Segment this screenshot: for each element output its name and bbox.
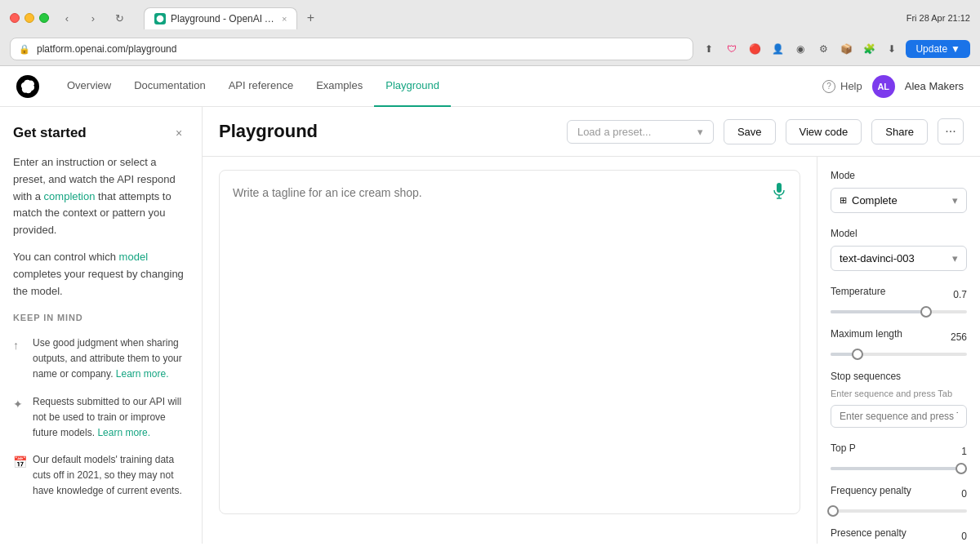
nav-right: ? Help AL Alea Makers xyxy=(822,75,964,98)
playground-title: Playground xyxy=(219,121,557,142)
traffic-lights xyxy=(10,13,49,23)
freq-penalty-thumb xyxy=(827,505,839,517)
temperature-thumb xyxy=(920,306,932,318)
save-button[interactable]: Save xyxy=(724,119,776,144)
model-text-1: You can control which xyxy=(13,251,119,263)
freq-penalty-slider[interactable] xyxy=(831,509,967,513)
stop-seq-label: Stop sequences xyxy=(831,371,967,382)
download-icon[interactable]: ⬇ xyxy=(883,40,901,58)
extension-icon-6[interactable]: 🧩 xyxy=(860,40,878,58)
top-p-fill xyxy=(831,467,967,470)
close-tab-button[interactable]: × xyxy=(282,14,287,24)
mode-label: Mode xyxy=(831,170,967,181)
top-nav: Overview Documentation API reference Exa… xyxy=(0,66,980,107)
completion-link[interactable]: completion xyxy=(44,190,96,202)
update-button[interactable]: Update ▼ xyxy=(906,40,970,58)
presence-penalty-row: Presence penalty 0 xyxy=(831,527,967,544)
max-length-value: 256 xyxy=(951,331,967,343)
top-p-value: 1 xyxy=(961,446,967,457)
view-code-button[interactable]: View code xyxy=(786,119,862,144)
extension-icon-1[interactable]: 🔴 xyxy=(746,40,764,58)
active-tab[interactable]: Playground - OpenAI API × xyxy=(144,7,297,29)
extension-icon-2[interactable]: 👤 xyxy=(768,40,786,58)
more-options-button[interactable]: ··· xyxy=(938,118,964,144)
editor-area xyxy=(203,157,817,544)
minimize-window-button[interactable] xyxy=(24,13,34,23)
openai-logo xyxy=(16,75,39,98)
sidebar-title: Get started xyxy=(13,125,87,141)
address-bar[interactable]: 🔒 platform.openai.com/playground xyxy=(10,38,693,60)
browser-chrome: ‹ › ↻ Playground - OpenAI API × + Fri 28… xyxy=(0,0,980,66)
tab-favicon xyxy=(154,13,166,24)
back-button[interactable]: ‹ xyxy=(56,7,78,29)
sidebar-body: Enter an instruction or select a preset,… xyxy=(13,154,189,500)
nav-buttons: ‹ › ↻ xyxy=(56,7,131,29)
share-button[interactable]: Share xyxy=(871,119,928,144)
playground-header: Playground Load a preset... ▾ Save View … xyxy=(203,107,980,157)
model-chevron-icon: ▾ xyxy=(952,252,958,264)
extension-icon-5[interactable]: 📦 xyxy=(837,40,855,58)
model-value: text-davinci-003 xyxy=(840,252,915,264)
fullscreen-window-button[interactable] xyxy=(39,13,49,23)
preset-placeholder: Load a preset... xyxy=(577,126,651,138)
status-bar: Fri 28 Apr 21:12 xyxy=(906,13,970,23)
prompt-input[interactable] xyxy=(219,170,800,514)
tab-bar: Playground - OpenAI API × + xyxy=(144,7,900,29)
model-dropdown[interactable]: text-davinci-003 ▾ xyxy=(831,246,967,271)
close-window-button[interactable] xyxy=(10,13,20,23)
freq-penalty-row: Frequency penalty 0 xyxy=(831,485,967,503)
help-label: Help xyxy=(840,80,862,92)
microphone-button[interactable] xyxy=(768,180,791,202)
preset-dropdown[interactable]: Load a preset... ▾ xyxy=(567,120,714,144)
datetime-display: Fri 28 Apr 21:12 xyxy=(906,13,970,23)
mode-icon: ⊞ xyxy=(840,195,847,206)
model-label: Model xyxy=(831,228,967,239)
more-icon: ··· xyxy=(945,124,956,139)
tip-1-icon: ↑ xyxy=(13,336,26,354)
stop-seq-input[interactable] xyxy=(831,405,967,428)
tip-1-link[interactable]: Learn more. xyxy=(116,368,169,380)
tab-title: Playground - OpenAI API xyxy=(171,13,277,24)
sidebar-header: Get started × xyxy=(13,123,189,143)
presence-penalty-label: Presence penalty xyxy=(831,527,906,539)
mode-dropdown[interactable]: ⊞ Complete ▾ xyxy=(831,188,967,213)
extension-icon-3[interactable]: ◉ xyxy=(791,40,809,58)
presence-penalty-value: 0 xyxy=(961,531,967,542)
new-tab-button[interactable]: + xyxy=(301,8,320,28)
nav-documentation[interactable]: Documentation xyxy=(122,66,216,107)
tip-2-link[interactable]: Learn more. xyxy=(97,427,150,438)
temperature-label: Temperature xyxy=(831,286,885,297)
update-button-label: Update xyxy=(915,43,947,55)
sidebar-intro: Enter an instruction or select a preset,… xyxy=(13,154,189,239)
top-p-label: Top P xyxy=(831,442,856,454)
mode-setting: Mode ⊞ Complete ▾ xyxy=(831,170,967,213)
forward-button[interactable]: › xyxy=(82,7,105,29)
tip-2: ✦ Requests submitted to our API will not… xyxy=(13,394,189,442)
extension-icon-4[interactable]: ⚙ xyxy=(814,40,832,58)
nav-examples[interactable]: Examples xyxy=(305,66,374,107)
sidebar-model-text: You can control which model completes yo… xyxy=(13,249,189,300)
nav-api-reference[interactable]: API reference xyxy=(217,66,305,107)
main-layout: Get started × Enter an instruction or se… xyxy=(0,107,980,544)
keep-in-mind-label: KEEP IN MIND xyxy=(13,311,189,326)
max-length-slider[interactable] xyxy=(831,353,967,356)
tip-2-icon: ✦ xyxy=(13,395,26,413)
calendar-icon: 📅 xyxy=(13,453,26,471)
tip-1: ↑ Use good judgment when sharing outputs… xyxy=(13,335,189,383)
content-area: Playground Load a preset... ▾ Save View … xyxy=(203,107,980,544)
nav-playground[interactable]: Playground xyxy=(374,66,451,107)
nav-overview[interactable]: Overview xyxy=(56,66,122,107)
nav-links: Overview Documentation API reference Exa… xyxy=(56,66,822,107)
freq-penalty-label: Frequency penalty xyxy=(831,485,911,496)
model-link[interactable]: model xyxy=(119,251,148,263)
temperature-slider[interactable] xyxy=(831,310,967,313)
url-display: platform.openai.com/playground xyxy=(37,43,684,55)
share-browser-icon[interactable]: ⬆ xyxy=(700,40,718,58)
tip-3: 📅 Our default models' training data cuts… xyxy=(13,452,189,500)
close-sidebar-button[interactable]: × xyxy=(169,123,189,143)
help-button[interactable]: ? Help xyxy=(822,80,862,93)
reload-button[interactable]: ↻ xyxy=(108,7,131,29)
top-p-slider[interactable] xyxy=(831,467,967,470)
brave-shield-icon[interactable]: 🛡 xyxy=(723,40,741,58)
mode-chevron-icon: ▾ xyxy=(952,194,958,207)
